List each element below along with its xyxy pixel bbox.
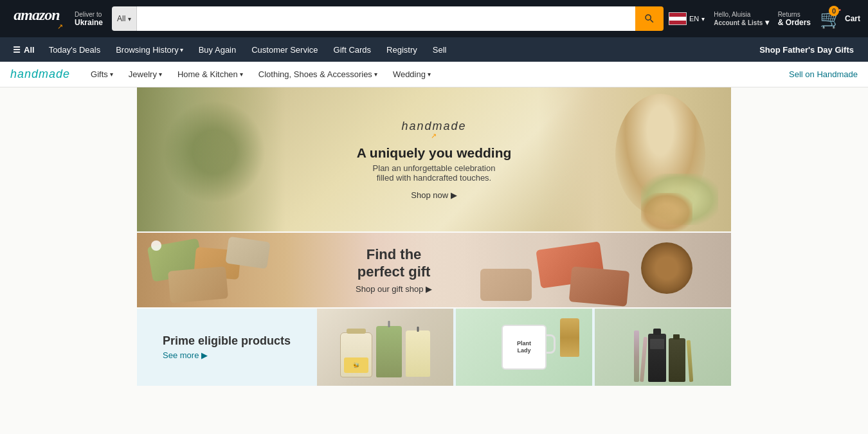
returns-orders[interactable]: Returns & Orders — [778, 11, 811, 27]
account-label: Account & Lists ▾ — [714, 18, 768, 27]
gift-shop-banner: Find the perfect gift Shop our gift shop… — [137, 233, 731, 307]
deliver-label: Deliver to — [75, 11, 102, 18]
hero-banner: handmade ↗ A uniquely you wedding Plan a… — [137, 87, 731, 231]
nav-bar: ☰ All Today's Deals Browsing History ▾ B… — [0, 37, 868, 62]
account-arrow-icon: ▾ — [765, 18, 769, 27]
cart-button[interactable]: 🛒 0 Cart — [820, 8, 860, 30]
soap-flower — [151, 240, 161, 251]
prime-product-images: 🐝 — [317, 309, 731, 386]
language-arrow-icon: ▾ — [701, 15, 705, 23]
amazon-logo[interactable]: amazon ↗ — [8, 7, 66, 31]
handmade-nav: handmade Gifts ▾ Jewelry ▾ Home & Kitche… — [0, 62, 868, 87]
gift-title-line2: perfect gift — [356, 264, 432, 280]
sell-on-handmade-link[interactable]: Sell on Handmade — [789, 69, 858, 79]
soap-light — [225, 237, 270, 269]
hero-shop-now-link[interactable]: Shop now ▶ — [411, 190, 457, 200]
prime-text-block: Prime eligible products See more ▶ — [137, 334, 317, 360]
nav-registry[interactable]: Registry — [380, 41, 424, 59]
flag-icon — [669, 12, 687, 25]
nav-buy-again[interactable]: Buy Again — [192, 41, 243, 59]
home-kitchen-arrow-icon: ▾ — [240, 71, 243, 78]
prime-see-more-link[interactable]: See more ▶ — [163, 350, 291, 360]
hero-text-overlay: handmade ↗ A uniquely you wedding Plan a… — [357, 120, 512, 200]
all-label: All — [24, 45, 35, 55]
handmade-logo[interactable]: handmade — [10, 68, 70, 81]
handmade-nav-clothing[interactable]: Clothing, Shoes & Accessories ▾ — [251, 64, 385, 84]
soap-brown-right — [569, 266, 629, 307]
prime-product-3[interactable] — [595, 309, 731, 386]
prime-product-1[interactable]: 🐝 — [317, 309, 453, 386]
gift-shop-link[interactable]: Shop our gift shop ▶ — [356, 284, 432, 294]
handmade-nav-gifts[interactable]: Gifts ▾ — [83, 64, 121, 84]
account-greeting: Hello, Aluisia — [714, 11, 768, 18]
deliver-location: Ukraine — [75, 18, 103, 27]
language-selector[interactable]: EN ▾ — [669, 12, 705, 25]
page-wrapper: handmade Gifts ▾ Jewelry ▾ Home & Kitche… — [0, 62, 868, 434]
prime-title: Prime eligible products — [163, 334, 291, 348]
logo-text: amazon — [14, 7, 59, 23]
handmade-nav-home-kitchen[interactable]: Home & Kitchen ▾ — [170, 64, 251, 84]
hamburger-icon: ☰ — [13, 45, 21, 55]
gift-banner-text: Find the perfect gift Shop our gift shop… — [356, 246, 432, 294]
gifts-arrow-icon: ▾ — [110, 71, 113, 78]
hero-brand-name: handmade — [357, 120, 512, 133]
hero-subtitle-line2: filled with handcrafted touches. — [357, 173, 512, 183]
top-header: amazon ↗ Deliver to Ukraine All ▾ EN ▾ H… — [0, 0, 868, 37]
handmade-nav-wedding[interactable]: Wedding ▾ — [385, 64, 439, 84]
header-right: EN ▾ Hello, Aluisia Account & Lists ▾ Re… — [669, 8, 860, 30]
twine-spool — [641, 242, 692, 294]
returns-label: Returns — [778, 11, 811, 18]
soap-beige — [168, 266, 228, 303]
search-bar: All ▾ — [112, 6, 664, 31]
search-category-button[interactable]: All ▾ — [112, 6, 137, 31]
prime-section: Prime eligible products See more ▶ 🐝 — [137, 309, 731, 386]
handmade-nav-jewelry[interactable]: Jewelry ▾ — [121, 64, 170, 84]
search-input[interactable] — [137, 6, 635, 31]
gift-title-line1: Find the — [356, 246, 432, 263]
main-area: handmade ↗ A uniquely you wedding Plan a… — [0, 87, 868, 386]
hero-main-title: A uniquely you wedding — [357, 145, 512, 161]
hero-brand-arrow-icon: ↗ — [357, 132, 512, 140]
hero-subtitle-line1: Plan an unforgettable celebration — [357, 163, 512, 173]
nav-gift-cards[interactable]: Gift Cards — [327, 41, 378, 59]
nav-browsing-history[interactable]: Browsing History ▾ — [109, 41, 190, 59]
hero-flowers-orange — [641, 193, 692, 231]
search-button[interactable] — [635, 6, 664, 31]
jewelry-arrow-icon: ▾ — [159, 71, 162, 78]
hero-leaves-decoration — [163, 100, 266, 203]
language-code: EN — [689, 15, 699, 23]
cart-label: Cart — [845, 14, 860, 23]
nav-todays-deals[interactable]: Today's Deals — [42, 41, 107, 59]
orders-label: & Orders — [778, 18, 811, 27]
account-menu[interactable]: Hello, Aluisia Account & Lists ▾ — [714, 11, 768, 27]
nav-sell[interactable]: Sell — [426, 41, 453, 59]
clothing-arrow-icon: ▾ — [374, 71, 377, 78]
nav-all-button[interactable]: ☰ All — [8, 41, 40, 59]
logo-smile-icon: ↗ — [8, 23, 66, 31]
soap-tan-right — [480, 269, 532, 301]
search-category-chevron-icon: ▾ — [128, 15, 131, 23]
wedding-arrow-icon: ▾ — [428, 71, 431, 78]
nav-fathers-day[interactable]: Shop Father's Day Gifts — [753, 41, 860, 59]
search-icon — [644, 13, 655, 24]
deliver-to[interactable]: Deliver to Ukraine — [71, 8, 107, 30]
cart-count: 0 — [829, 6, 839, 16]
prime-product-2[interactable]: PlantLady — [456, 309, 592, 386]
browsing-history-arrow-icon: ▾ — [180, 46, 183, 53]
nav-customer-service[interactable]: Customer Service — [245, 41, 324, 59]
main-content: handmade ↗ A uniquely you wedding Plan a… — [137, 87, 731, 386]
